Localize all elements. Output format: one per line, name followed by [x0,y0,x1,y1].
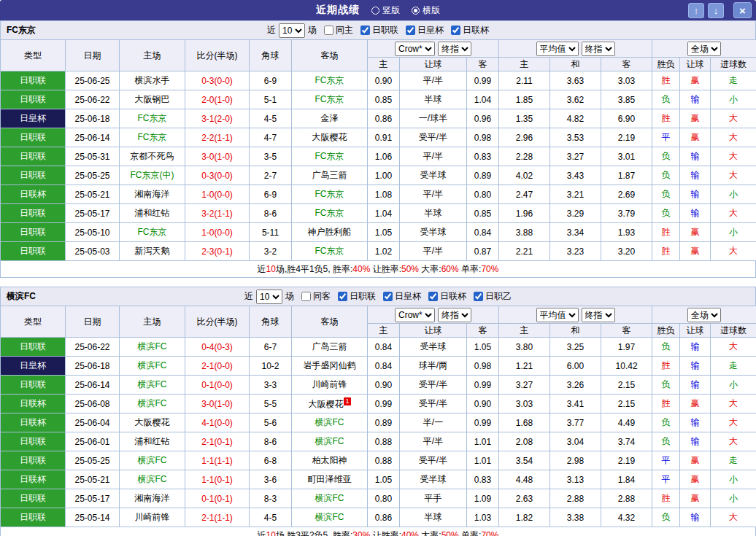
move-up-button[interactable]: ↑ [688,3,704,18]
away-team[interactable]: 金泽 [292,109,368,128]
score-cell[interactable]: 2-1(0-0) [185,357,250,376]
avg-mode-select[interactable]: 终指 [582,42,615,56]
away-team[interactable]: 横滨FC [292,508,368,527]
score-cell[interactable]: 4-1(0-0) [185,413,250,432]
home-team[interactable]: 横滨水手 [120,71,185,90]
score-cell[interactable]: 3-2(1-1) [185,204,250,223]
home-team[interactable]: 浦和红钻 [120,432,185,451]
filter-checkbox-0[interactable]: 同主 [317,24,353,36]
checkbox-input[interactable] [474,292,483,301]
match-count-select[interactable]: 10 [279,23,305,38]
checkbox-input[interactable] [338,292,347,301]
score-cell[interactable]: 2-2(1-1) [185,128,250,147]
away-team[interactable]: FC东京 [292,147,368,166]
near-label: 近 [267,24,276,36]
home-team[interactable]: 新泻天鹅 [120,242,185,261]
score-cell[interactable]: 0-4(0-3) [185,338,250,357]
filter-checkbox-3[interactable]: 日联杯 [444,24,489,36]
away-team[interactable]: 大阪樱花 [292,128,368,147]
away-team[interactable]: FC东京 [292,185,368,204]
home-team[interactable]: 京都不死鸟 [120,147,185,166]
score-cell[interactable]: 0-3(0-0) [185,166,250,185]
home-team[interactable]: 横滨FC [120,357,185,376]
home-team[interactable]: 浦和红钻 [120,204,185,223]
odds-cell: 平/半 [400,71,467,90]
layout-radio-vertical[interactable]: 竖版 [371,4,400,17]
home-team[interactable]: FC东京 [120,128,185,147]
score-cell[interactable]: 0-3(0-0) [185,71,250,90]
home-team[interactable]: 横滨FC [120,376,185,395]
away-team[interactable]: FC东京 [292,242,368,261]
filter-checkbox-4[interactable]: 日职乙 [466,290,512,303]
home-team[interactable]: 川崎前锋 [120,508,185,527]
checkbox-input[interactable] [360,26,370,35]
home-team[interactable]: 大阪钢巴 [120,90,185,109]
away-team[interactable]: 广岛三箭 [292,338,368,357]
score-cell[interactable]: 2-1(1-1) [185,508,250,527]
away-team[interactable]: 大阪樱花1 [292,395,368,413]
away-team[interactable]: 町田泽维亚 [292,470,368,489]
score-cell[interactable]: 1-0(0-0) [185,185,250,204]
away-team[interactable]: 横滨FC [292,413,368,432]
score-cell[interactable]: 0-1(0-0) [185,376,250,395]
away-team[interactable]: FC东京 [292,90,368,109]
score-cell[interactable]: 2-1(0-1) [185,432,250,451]
filter-checkbox-0[interactable]: 同客 [294,290,331,303]
filter-checkbox-1[interactable]: 日职联 [353,24,398,36]
scope-select[interactable]: 全场 [687,308,721,322]
filter-checkbox-3[interactable]: 日联杯 [421,290,466,303]
checkbox-input[interactable] [301,292,311,301]
checkbox-input[interactable] [406,26,415,35]
company-select[interactable]: Crow* [395,42,435,56]
score-cell[interactable]: 3-0(1-0) [185,147,250,166]
home-team[interactable]: 大阪樱花 [120,413,185,432]
filter-controls: 近10场同主日职联日皇杯日联杯 [267,23,489,38]
checkbox-input[interactable] [451,26,460,35]
score-cell[interactable]: 1-0(0-0) [185,223,250,242]
away-team[interactable]: 横滨FC [292,432,368,451]
away-team[interactable]: FC东京 [292,71,368,90]
away-team[interactable]: FC东京 [292,204,368,223]
score-cell[interactable]: 3-0(1-0) [185,395,250,413]
move-down-button[interactable]: ↓ [708,3,724,18]
home-team[interactable]: 湘南海洋 [120,185,185,204]
filter-checkbox-2[interactable]: 日皇杯 [376,290,421,303]
score-cell[interactable]: 3-1(2-0) [185,109,250,128]
league-badge: 日职联 [1,204,66,223]
result-cell: 负 [652,147,680,166]
checkbox-input[interactable] [383,292,393,301]
filter-checkbox-1[interactable]: 日职联 [331,290,376,303]
layout-radio-horizontal[interactable]: 横版 [412,4,440,17]
home-team[interactable]: 湘南海洋 [120,489,185,508]
avg-select[interactable]: 平均值 [536,308,579,322]
home-team[interactable]: 横滨FC [120,470,185,489]
home-team[interactable]: 横滨FC [120,395,185,413]
away-team[interactable]: 横滨FC [292,489,368,508]
home-team[interactable]: FC东京 [120,223,185,242]
company-mode-select[interactable]: 终指 [438,42,471,56]
company-mode-select[interactable]: 终指 [438,308,471,322]
home-team[interactable]: FC东京(中) [120,166,185,185]
home-team[interactable]: 横滨FC [120,338,185,357]
away-team[interactable]: 广岛三箭 [292,166,368,185]
checkbox-input[interactable] [428,292,438,301]
away-team[interactable]: 神户胜利船 [292,223,368,242]
score-cell[interactable]: 1-1(1-1) [185,451,250,470]
home-team[interactable]: 横滨FC [120,451,185,470]
score-cell[interactable]: 2-3(0-1) [185,242,250,261]
scope-select[interactable]: 全场 [687,42,721,56]
match-count-select[interactable]: 10 [256,290,282,304]
score-cell[interactable]: 0-1(0-1) [185,489,250,508]
avg-select[interactable]: 平均值 [536,42,579,56]
score-cell[interactable]: 1-1(0-1) [185,470,250,489]
checkbox-input[interactable] [324,26,333,35]
home-team[interactable]: FC东京 [120,109,185,128]
away-team[interactable]: 岩手盛冈仙鹤 [292,357,368,376]
score-cell[interactable]: 2-0(1-0) [185,90,250,109]
away-team[interactable]: 柏太阳神 [292,451,368,470]
away-team[interactable]: 川崎前锋 [292,376,368,395]
company-select[interactable]: Crow* [395,308,435,322]
filter-checkbox-2[interactable]: 日皇杯 [398,24,444,36]
close-button[interactable]: × [733,2,752,18]
avg-mode-select[interactable]: 终指 [582,308,615,322]
